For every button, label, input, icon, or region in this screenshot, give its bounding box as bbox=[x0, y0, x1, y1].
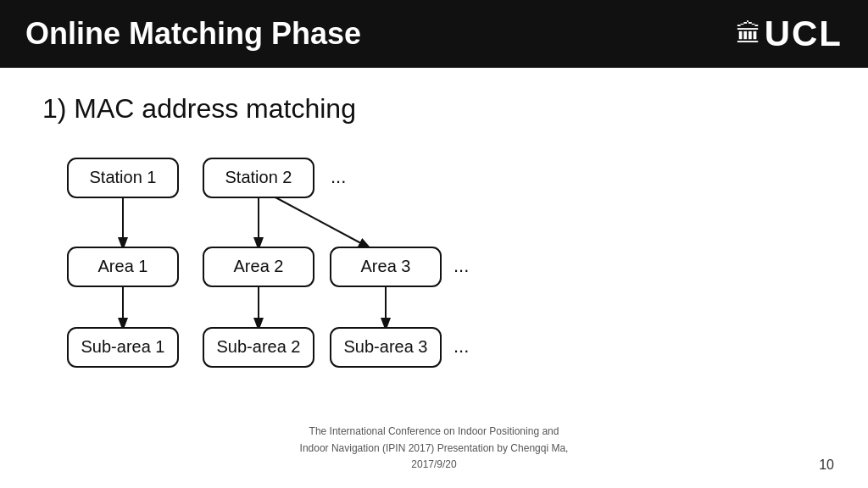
svg-text:Sub-area 2: Sub-area 2 bbox=[217, 337, 301, 356]
ucl-logo: 🏛 UCL bbox=[736, 14, 843, 54]
footer: The International Conference on Indoor P… bbox=[0, 424, 868, 473]
slide-title: Online Matching Phase bbox=[25, 16, 361, 52]
diagram-container: Station 1 Station 2 ... Area 1 Area 2 Ar… bbox=[42, 150, 826, 374]
diagram-svg: Station 1 Station 2 ... Area 1 Area 2 Ar… bbox=[42, 150, 517, 370]
svg-text:Sub-area 3: Sub-area 3 bbox=[344, 337, 428, 356]
svg-text:Area 2: Area 2 bbox=[234, 257, 284, 275]
svg-text:...: ... bbox=[453, 255, 469, 276]
svg-line-7 bbox=[275, 197, 369, 247]
svg-text:Station 1: Station 1 bbox=[90, 168, 157, 186]
page-number: 10 bbox=[819, 458, 834, 473]
ucl-building-icon: 🏛 bbox=[736, 19, 761, 48]
svg-text:Area 3: Area 3 bbox=[361, 257, 411, 275]
footer-text: The International Conference on Indoor P… bbox=[300, 424, 569, 473]
header: Online Matching Phase 🏛 UCL bbox=[0, 0, 868, 68]
svg-text:Area 1: Area 1 bbox=[98, 257, 148, 275]
section-title: 1) MAC address matching bbox=[42, 93, 826, 125]
svg-text:...: ... bbox=[331, 166, 346, 187]
svg-text:Station 2: Station 2 bbox=[225, 168, 292, 186]
ucl-logo-text: UCL bbox=[765, 14, 843, 54]
svg-text:Sub-area 1: Sub-area 1 bbox=[81, 337, 165, 356]
main-content: 1) MAC address matching Station 1 Statio… bbox=[0, 68, 868, 382]
svg-text:...: ... bbox=[453, 336, 469, 357]
